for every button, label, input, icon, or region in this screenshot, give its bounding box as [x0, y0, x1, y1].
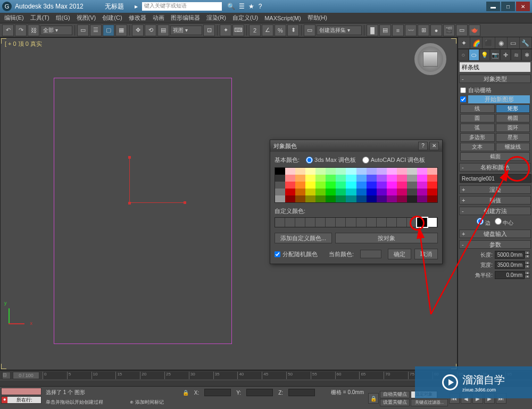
palette-swatch[interactable]: [295, 168, 305, 175]
startnew-checkbox[interactable]: [460, 96, 466, 102]
palette-swatch[interactable]: [387, 189, 397, 195]
btn-circle[interactable]: 圆: [460, 114, 495, 122]
palette-swatch[interactable]: [367, 168, 377, 175]
corner-input[interactable]: [495, 271, 525, 279]
tab-utilities-icon[interactable]: 🔧: [520, 37, 532, 48]
palette-swatch[interactable]: [336, 189, 346, 195]
btn-text[interactable]: 文本: [460, 143, 495, 151]
btn-section[interactable]: 截面: [460, 152, 530, 161]
palette-swatch[interactable]: [326, 195, 336, 202]
menu-group[interactable]: 组(G): [56, 14, 70, 22]
maximize-button[interactable]: □: [501, 2, 515, 11]
menu-modifiers[interactable]: 修改器: [129, 14, 146, 22]
palette-swatch[interactable]: [397, 182, 407, 189]
palette-swatch[interactable]: [346, 189, 356, 195]
palette-swatch[interactable]: [275, 168, 285, 175]
help-search-input[interactable]: 键入关键字或短语: [142, 2, 222, 11]
palette-swatch[interactable]: [336, 175, 346, 182]
palette-swatch[interactable]: [427, 182, 437, 189]
time-slider-handle[interactable]: 0 / 100: [13, 372, 39, 379]
render-button[interactable]: 🫖: [469, 24, 480, 36]
palette-swatch[interactable]: [377, 189, 387, 195]
rollout-keyboard-entry[interactable]: +键盘输入: [459, 230, 531, 238]
pivot-button[interactable]: ⊡: [203, 24, 215, 36]
palette-swatch[interactable]: [407, 182, 417, 189]
menu-view[interactable]: 视图(V): [77, 14, 96, 22]
minimize-button[interactable]: ▬: [486, 2, 500, 11]
palette-swatch[interactable]: [356, 168, 367, 175]
cat-shapes-icon[interactable]: ⬭: [469, 49, 479, 61]
close-button[interactable]: ✕: [516, 2, 530, 11]
menu-help[interactable]: 帮助(H): [307, 14, 327, 22]
curve-editor-button[interactable]: 〰: [405, 24, 417, 36]
custom-swatch[interactable]: [387, 218, 397, 227]
help-icon[interactable]: ?: [259, 3, 262, 10]
custom-swatch[interactable]: [427, 218, 437, 227]
palette-swatch[interactable]: [417, 168, 427, 175]
tab-motion-icon[interactable]: ◉: [495, 37, 508, 48]
custom-swatch-selected[interactable]: [417, 218, 427, 227]
width-input[interactable]: [495, 261, 525, 269]
current-color-swatch[interactable]: [360, 250, 381, 258]
tab-modify-icon[interactable]: 🌈: [470, 37, 483, 48]
palette-swatch[interactable]: [305, 182, 315, 189]
btn-star[interactable]: 星形: [496, 133, 530, 142]
length-input[interactable]: [495, 251, 525, 259]
search-icon[interactable]: 🔍: [227, 3, 235, 10]
rollout-name-color[interactable]: -名称和颜色: [459, 163, 531, 171]
palette-swatch[interactable]: [275, 189, 285, 195]
btn-ngon[interactable]: 多边形: [460, 133, 495, 142]
palette-swatch[interactable]: [346, 182, 356, 189]
dialog-titlebar[interactable]: 对象颜色 ? ✕: [270, 140, 442, 152]
by-object-button[interactable]: 按对象: [335, 233, 438, 243]
palette-swatch[interactable]: [305, 189, 315, 195]
palette-swatch[interactable]: [326, 168, 336, 175]
link-button[interactable]: ⛓: [28, 24, 39, 36]
palette-swatch[interactable]: [427, 168, 437, 175]
palette-swatch[interactable]: [397, 195, 407, 202]
palette-swatch[interactable]: [407, 189, 417, 195]
cat-cameras-icon[interactable]: 📷: [490, 49, 501, 61]
selection-filter-dropdown[interactable]: 全部 ▾: [40, 26, 72, 35]
btn-helix[interactable]: 螺旋线: [496, 143, 530, 151]
palette-swatch[interactable]: [326, 182, 336, 189]
menu-customize[interactable]: 自定义(U): [232, 14, 258, 22]
btn-rectangle[interactable]: 矩形: [496, 104, 530, 113]
rollout-object-type[interactable]: -对象类型: [459, 75, 531, 83]
palette-swatch[interactable]: [367, 189, 377, 195]
custom-swatch[interactable]: [397, 218, 407, 227]
palette-swatch[interactable]: [295, 175, 305, 182]
palette-swatch[interactable]: [356, 195, 367, 202]
undo-button[interactable]: ↶: [2, 24, 14, 36]
palette-swatch[interactable]: [417, 175, 427, 182]
tab-display-icon[interactable]: ▭: [508, 37, 520, 48]
palette-swatch[interactable]: [387, 175, 397, 182]
palette-swatch[interactable]: [417, 182, 427, 189]
radio-3dsmax-palette[interactable]: 3ds Max 调色板: [306, 156, 356, 164]
palette-swatch[interactable]: [285, 168, 295, 175]
palette-swatch[interactable]: [346, 175, 356, 182]
palette-swatch[interactable]: [427, 189, 437, 195]
custom-swatch[interactable]: [407, 218, 417, 227]
custom-swatch[interactable]: [275, 218, 285, 227]
startnew-button[interactable]: 开始新图形: [468, 95, 530, 103]
rollout-creation-method[interactable]: -创建方法: [459, 207, 531, 215]
custom-swatch[interactable]: [315, 218, 326, 227]
keyfilter-button[interactable]: 关键点过滤器...: [411, 399, 448, 406]
transform-gizmo[interactable]: [129, 158, 130, 203]
palette-swatch[interactable]: [377, 168, 387, 175]
select-button[interactable]: ▭: [77, 24, 89, 36]
palette-swatch[interactable]: [285, 182, 295, 189]
radio-autocad-palette[interactable]: AutoCAD ACI 调色板: [362, 156, 426, 164]
rollout-interpolation[interactable]: +插值: [459, 196, 531, 204]
palette-swatch[interactable]: [377, 175, 387, 182]
ok-button[interactable]: 确定: [388, 249, 411, 259]
palette-swatch[interactable]: [397, 175, 407, 182]
edit-named-sel-button[interactable]: ▭: [304, 24, 315, 36]
palette-swatch[interactable]: [356, 175, 367, 182]
radio-center[interactable]: 中心: [495, 218, 514, 227]
palette-swatch[interactable]: [295, 182, 305, 189]
rollout-parameters[interactable]: -参数: [459, 240, 531, 249]
palette-swatch[interactable]: [356, 182, 367, 189]
cat-systems-icon[interactable]: ✱: [521, 49, 532, 61]
